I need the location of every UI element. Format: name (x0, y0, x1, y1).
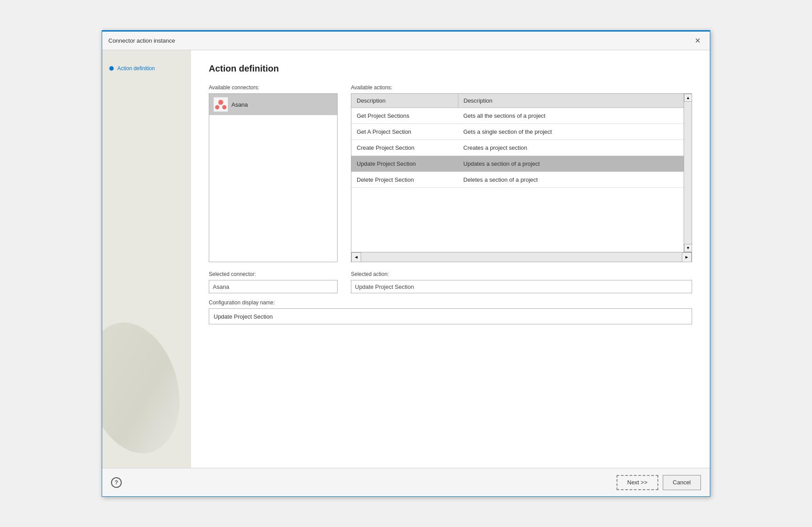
section-title: Action definition (209, 64, 692, 74)
scroll-down-button[interactable]: ▼ (684, 244, 692, 252)
config-display-name-input[interactable] (209, 308, 692, 324)
footer-buttons: Next >> Cancel (617, 475, 701, 490)
sidebar-item-label: Action definition (117, 65, 155, 72)
table-row[interactable]: Get A Project Section Gets a single sect… (351, 124, 684, 140)
action-description-cell: Gets a single section of the project (458, 124, 684, 140)
table-row[interactable]: Update Project Section Updates a section… (351, 156, 684, 172)
dialog-body: Action definition Action definition Avai… (102, 50, 710, 468)
sidebar-item-action-definition[interactable]: Action definition (109, 64, 184, 73)
action-description-cell: Updates a section of a project (458, 156, 684, 172)
selected-action-input[interactable] (351, 280, 692, 293)
sidebar: Action definition (102, 50, 191, 468)
table-row[interactable]: Delete Project Section Deletes a section… (351, 172, 684, 188)
action-name-cell: Get A Project Section (351, 124, 458, 140)
connectors-label: Available connectors: (209, 84, 338, 91)
table-header-row: Description Description (351, 94, 684, 108)
connector-name: Asana (231, 101, 248, 108)
connectors-list[interactable]: Asana (209, 93, 338, 262)
connector-action-dialog: Connector action instance ✕ Action defin… (102, 30, 710, 497)
action-name-cell: Get Project Sections (351, 108, 458, 124)
footer-left: ? (111, 477, 122, 488)
cancel-button[interactable]: Cancel (663, 475, 701, 490)
help-button[interactable]: ? (111, 477, 122, 488)
bottom-two-col: Selected connector: Selected action: (209, 271, 692, 293)
selected-connector-col: Selected connector: (209, 271, 338, 293)
col-header-description2: Description (458, 94, 684, 108)
top-two-col: Available connectors: Asana (209, 84, 692, 262)
asana-logo-icon (214, 97, 228, 112)
actions-label: Available actions: (351, 84, 692, 91)
sidebar-dot-icon (109, 66, 114, 71)
selected-connector-input[interactable] (209, 280, 338, 293)
scroll-horizontal-track (361, 252, 682, 262)
action-name-cell: Create Project Section (351, 140, 458, 156)
next-button[interactable]: Next >> (617, 475, 658, 490)
actions-col: Available actions: ▲ ▼ Description (351, 84, 692, 262)
scroll-vertical-track (684, 102, 692, 244)
action-description-cell: Creates a project section (458, 140, 684, 156)
svg-point-2 (215, 105, 219, 110)
table-row[interactable]: Get Project Sections Gets all the sectio… (351, 108, 684, 124)
connectors-col: Available connectors: Asana (209, 84, 338, 262)
action-description-cell: Deletes a section of a project (458, 172, 684, 188)
title-bar: Connector action instance ✕ (102, 32, 710, 50)
vertical-scrollbar: ▲ ▼ (684, 94, 692, 252)
action-description-cell: Gets all the sections of a project (458, 108, 684, 124)
col-header-description1: Description (351, 94, 458, 108)
selected-action-col: Selected action: (351, 271, 692, 293)
selected-action-label: Selected action: (351, 271, 692, 277)
scroll-right-button[interactable]: ► (682, 252, 692, 262)
svg-point-1 (218, 100, 223, 105)
action-name-cell: Delete Project Section (351, 172, 458, 188)
scroll-left-button[interactable]: ◄ (351, 252, 361, 262)
action-name-cell: Update Project Section (351, 156, 458, 172)
horizontal-scrollbar: ◄ ► (351, 252, 692, 262)
actions-table: Description Description Get Project Sect… (351, 94, 692, 252)
dialog-title: Connector action instance (108, 37, 175, 44)
bottom-fields: Selected connector: Selected action: Con… (209, 271, 692, 324)
table-row[interactable]: Create Project Section Creates a project… (351, 140, 684, 156)
selected-connector-label: Selected connector: (209, 271, 338, 277)
svg-point-3 (222, 105, 227, 110)
footer: ? Next >> Cancel (102, 468, 710, 496)
close-button[interactable]: ✕ (691, 35, 704, 47)
config-name-col: Configuration display name: (209, 299, 692, 324)
scroll-up-button[interactable]: ▲ (684, 94, 692, 102)
actions-table-wrapper: ▲ ▼ Description Description (351, 93, 692, 262)
sidebar-decoration (102, 312, 191, 464)
config-display-name-label: Configuration display name: (209, 299, 692, 306)
main-content: Action definition Available connectors: (191, 50, 710, 468)
connector-item-asana[interactable]: Asana (209, 94, 337, 115)
